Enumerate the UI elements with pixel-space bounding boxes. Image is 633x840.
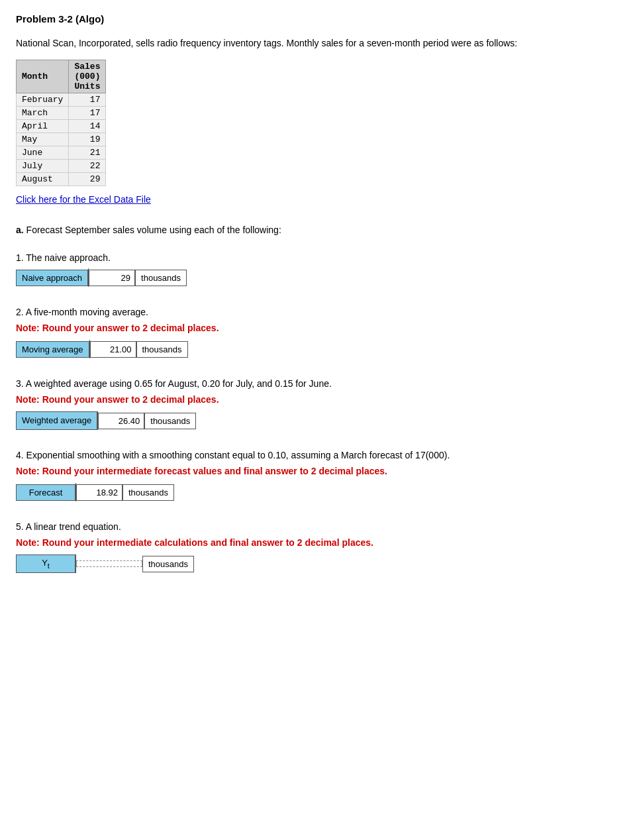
note-text-2: Note: Round your answer to 2 decimal pla… xyxy=(16,323,617,333)
value-cell: 21 xyxy=(69,146,106,160)
page-title: Problem 3-2 (Algo) xyxy=(16,13,617,25)
label-box: Forecast xyxy=(16,484,75,501)
value-cell: 17 xyxy=(69,107,106,120)
section-item-1: 1. The naive approach. Naive approach 29… xyxy=(16,252,617,287)
table-row: March 17 xyxy=(17,107,106,120)
month-cell: February xyxy=(17,93,69,107)
value-cell: 22 xyxy=(69,160,106,173)
note-text-4: Note: Round your intermediate forecast v… xyxy=(16,466,617,476)
answer-row-1: Naive approach 29 thousands xyxy=(16,268,617,287)
table-row: June 21 xyxy=(17,146,106,160)
month-cell: June xyxy=(17,146,69,160)
table-row: August 29 xyxy=(17,173,106,186)
item-number-3: 3. A weighted average using 0.65 for Aug… xyxy=(16,378,617,389)
yt-input[interactable] xyxy=(76,560,142,567)
table-row: February 17 xyxy=(17,93,106,107)
section-item-5: 5. A linear trend equation. Note: Round … xyxy=(16,521,617,573)
intro-text: National Scan, Incorporated, sells radio… xyxy=(16,36,617,50)
answer-row-4: Forecast 18.92 thousands xyxy=(16,483,617,501)
item-number-1: 1. The naive approach. xyxy=(16,252,617,263)
table-row: July 22 xyxy=(17,160,106,173)
value-cell: 14 xyxy=(69,120,106,133)
label-box: Naive approach xyxy=(16,270,88,286)
month-cell: August xyxy=(17,173,69,186)
section-item-2: 2. A five-month moving average. Note: Ro… xyxy=(16,307,617,358)
answer-row-5: Yt thousands xyxy=(16,554,617,573)
note-text-3: Note: Round your answer to 2 decimal pla… xyxy=(16,394,617,405)
month-cell: April xyxy=(17,120,69,133)
month-cell: July xyxy=(17,160,69,173)
label-box: Moving average xyxy=(16,341,89,358)
label-box-tall: Weighted average xyxy=(16,411,97,430)
value-input-4[interactable]: 18.92 xyxy=(76,484,122,501)
value-input-2[interactable]: 21.00 xyxy=(90,341,136,358)
month-cell: March xyxy=(17,107,69,120)
value-cell: 17 xyxy=(69,93,106,107)
excel-link[interactable]: Click here for the Excel Data File xyxy=(16,194,151,205)
unit-label-5: thousands xyxy=(142,556,194,572)
item-number-2: 2. A five-month moving average. xyxy=(16,307,617,317)
month-cell: May xyxy=(17,133,69,146)
table-row: May 19 xyxy=(17,133,106,146)
section-item-4: 4. Exponential smoothing with a smoothin… xyxy=(16,450,617,501)
value-input-1[interactable]: 29 xyxy=(89,270,135,286)
note-text-5: Note: Round your intermediate calculatio… xyxy=(16,537,617,548)
value-cell: 19 xyxy=(69,133,106,146)
unit-label-1: thousands xyxy=(135,270,187,286)
unit-label-4: thousands xyxy=(122,484,174,501)
table-row: April 14 xyxy=(17,120,106,133)
unit-label-2: thousands xyxy=(136,341,188,358)
items-container: 1. The naive approach. Naive approach 29… xyxy=(16,252,617,573)
col-header-sales: Sales(000)Units xyxy=(69,60,106,93)
sales-table: Month Sales(000)Units February 17 March … xyxy=(16,60,106,186)
unit-label-3: thousands xyxy=(144,413,196,429)
label-box-yt: Yt xyxy=(16,554,75,573)
item-number-4: 4. Exponential smoothing with a smoothin… xyxy=(16,450,617,460)
col-header-month: Month xyxy=(17,60,69,93)
value-input-3[interactable]: 26.40 xyxy=(98,413,144,429)
answer-row-3: Weighted average 26.40 thousands xyxy=(16,411,617,430)
answer-row-2: Moving average 21.00 thousands xyxy=(16,340,617,358)
item-number-5: 5. A linear trend equation. xyxy=(16,521,617,532)
section-item-3: 3. A weighted average using 0.65 for Aug… xyxy=(16,378,617,430)
value-cell: 29 xyxy=(69,173,106,186)
part-a-label: a. Forecast September sales volume using… xyxy=(16,225,617,235)
